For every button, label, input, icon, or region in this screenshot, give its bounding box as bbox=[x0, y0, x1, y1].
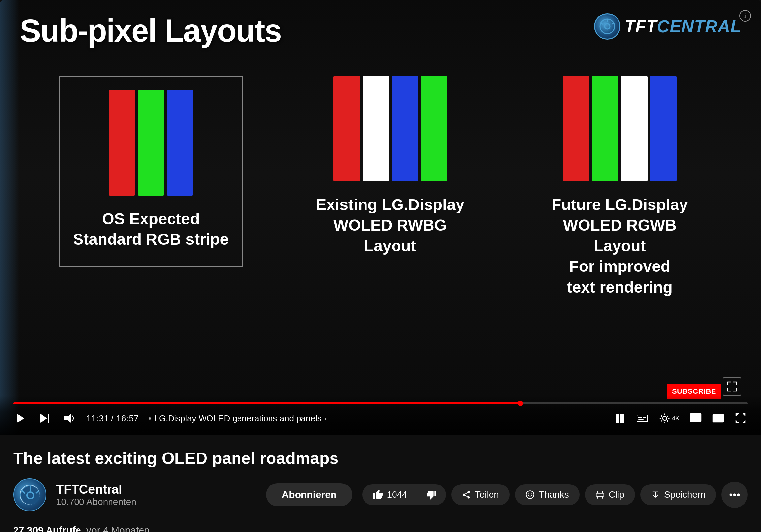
bar-red-2 bbox=[333, 76, 360, 181]
svg-point-26 bbox=[531, 494, 532, 495]
pixel-label-rwbg: Existing LG.DisplayWOLED RWBG Layout bbox=[308, 195, 473, 256]
svg-rect-13 bbox=[643, 417, 646, 418]
view-count-row: 27.309 Aufrufe vor 4 Monaten bbox=[13, 525, 748, 532]
pixel-bars-rgb bbox=[108, 90, 193, 196]
video-controls: 11:31 / 16:57 • LG.Display WOLED generat… bbox=[0, 396, 761, 435]
svg-point-1 bbox=[605, 24, 610, 29]
miniplayer-button[interactable] bbox=[688, 411, 703, 426]
share-label: Teilen bbox=[475, 490, 499, 500]
chapter-dot: • bbox=[148, 413, 151, 424]
video-player: Sub-pixel Layouts TFTCENTRAL bbox=[0, 0, 761, 435]
progress-bar-fill bbox=[13, 402, 520, 404]
channel-info: TFTCentral 10.700 Abonnenten bbox=[56, 483, 249, 507]
svg-rect-17 bbox=[696, 418, 700, 421]
svg-marker-6 bbox=[40, 414, 47, 423]
chapter-name: LG.Display WOLED generations and panels bbox=[154, 413, 321, 424]
channel-row: TFTCentral 10.700 Abonnenten Abonnieren … bbox=[13, 478, 748, 511]
svg-rect-18 bbox=[713, 414, 724, 422]
pixel-group-rgb: OS ExpectedStandard RGB stripe bbox=[59, 76, 243, 267]
bar-blue-1 bbox=[167, 90, 193, 196]
svg-rect-12 bbox=[638, 417, 642, 418]
controls-right: 4K bbox=[613, 411, 748, 426]
save-button[interactable]: Speichern bbox=[640, 484, 716, 505]
bar-white-3 bbox=[621, 76, 648, 181]
channel-avatar-inner bbox=[20, 485, 39, 504]
action-buttons: 1044 Teilen bbox=[362, 482, 748, 508]
page-wrapper: Sub-pixel Layouts TFTCENTRAL bbox=[0, 0, 761, 532]
pixel-group-rwbg: Existing LG.DisplayWOLED RWBG Layout bbox=[308, 76, 473, 256]
bar-red-3 bbox=[563, 76, 589, 181]
bar-red-1 bbox=[108, 90, 135, 196]
subscribe-button[interactable]: Abonnieren bbox=[266, 483, 353, 506]
time-separator: / bbox=[111, 413, 116, 423]
time-ago: vor 4 Monaten bbox=[87, 525, 150, 532]
channel-subs: 10.700 Abonnenten bbox=[56, 497, 249, 507]
svg-line-30 bbox=[656, 495, 658, 498]
current-time: 11:31 bbox=[87, 413, 109, 423]
thanks-label: Thanks bbox=[539, 490, 569, 500]
save-label: Speichern bbox=[664, 490, 706, 500]
more-options-button[interactable]: ••• bbox=[722, 482, 748, 508]
captions-button[interactable] bbox=[635, 411, 650, 426]
pixel-group-rgwb: Future LG.DisplayWOLED RGWB LayoutFor im… bbox=[537, 76, 702, 298]
volume-button[interactable] bbox=[62, 411, 77, 426]
like-count: 1044 bbox=[386, 490, 407, 500]
pixel-label-rgb: OS ExpectedStandard RGB stripe bbox=[73, 209, 229, 250]
clip-label: Clip bbox=[609, 490, 624, 500]
view-count: 27.309 Aufrufe bbox=[13, 525, 81, 532]
pixel-bars-rwbg bbox=[333, 76, 447, 181]
fullscreen-button[interactable] bbox=[733, 411, 748, 426]
pause-button[interactable] bbox=[613, 411, 627, 426]
chapter-info: • LG.Display WOLED generations and panel… bbox=[148, 413, 326, 424]
bar-green-3 bbox=[592, 76, 618, 181]
svg-rect-7 bbox=[47, 414, 49, 423]
tft-logo-text: TFTCENTRAL bbox=[624, 17, 741, 36]
svg-point-15 bbox=[663, 416, 667, 420]
svg-point-24 bbox=[526, 491, 534, 499]
svg-point-25 bbox=[528, 494, 530, 495]
svg-rect-14 bbox=[638, 419, 644, 420]
like-dislike-group: 1044 bbox=[362, 484, 446, 505]
bar-green-2 bbox=[421, 76, 447, 181]
progress-bar[interactable] bbox=[13, 402, 748, 404]
thanks-button[interactable]: Thanks bbox=[515, 484, 580, 505]
chapter-arrow: › bbox=[324, 415, 326, 422]
bar-white-2 bbox=[363, 76, 389, 181]
play-button[interactable] bbox=[13, 411, 28, 426]
expand-icon[interactable] bbox=[723, 377, 741, 396]
share-button[interactable]: Teilen bbox=[451, 484, 510, 505]
video-description: 27.309 Aufrufe vor 4 Monaten An update o… bbox=[0, 518, 761, 532]
svg-line-29 bbox=[653, 495, 656, 498]
pixel-bars-rgwb bbox=[563, 76, 676, 181]
svg-rect-10 bbox=[620, 414, 624, 423]
quality-badge: 4K bbox=[672, 415, 679, 422]
like-button[interactable]: 1044 bbox=[362, 484, 417, 505]
dislike-button[interactable] bbox=[417, 484, 446, 505]
bar-green-1 bbox=[138, 90, 164, 196]
video-big-title: The latest exciting OLED panel roadmaps bbox=[13, 448, 748, 468]
theater-button[interactable] bbox=[711, 411, 726, 426]
channel-avatar[interactable] bbox=[13, 478, 46, 511]
svg-marker-5 bbox=[17, 414, 25, 423]
clip-button[interactable]: Clip bbox=[585, 484, 635, 505]
skip-next-button[interactable] bbox=[37, 411, 52, 426]
bar-blue-3 bbox=[650, 76, 676, 181]
controls-left: 11:31 / 16:57 • LG.Display WOLED generat… bbox=[13, 411, 326, 426]
more-icon: ••• bbox=[729, 489, 740, 501]
total-time: 16:57 bbox=[116, 413, 139, 423]
info-icon[interactable]: ℹ bbox=[739, 10, 751, 22]
channel-name[interactable]: TFTCentral bbox=[56, 483, 249, 497]
subpixel-display-area: OS ExpectedStandard RGB stripe Existing … bbox=[0, 76, 761, 298]
tft-central-logo: TFTCENTRAL bbox=[594, 13, 741, 39]
time-display: 11:31 / 16:57 bbox=[87, 413, 139, 424]
bar-blue-2 bbox=[391, 76, 418, 181]
controls-row: 11:31 / 16:57 • LG.Display WOLED generat… bbox=[13, 411, 748, 426]
svg-rect-27 bbox=[596, 493, 604, 496]
video-content: Sub-pixel Layouts TFTCENTRAL bbox=[0, 0, 761, 435]
pixel-label-rgwb: Future LG.DisplayWOLED RGWB LayoutFor im… bbox=[537, 195, 702, 298]
tft-logo-icon bbox=[594, 13, 620, 39]
svg-rect-11 bbox=[637, 415, 648, 422]
svg-marker-8 bbox=[64, 414, 71, 423]
video-metadata-section: The latest exciting OLED panel roadmaps bbox=[0, 435, 761, 518]
settings-button[interactable]: 4K bbox=[657, 411, 680, 426]
